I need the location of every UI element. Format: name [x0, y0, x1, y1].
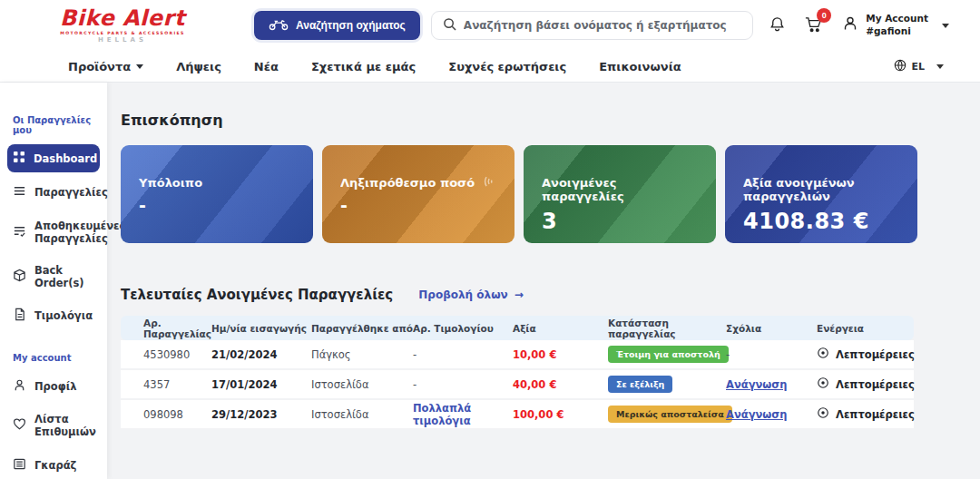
col-entry-date: Ημ/νία εισαγωγής — [211, 323, 311, 334]
orders-table: Αρ. Παραγγελίας Ημ/νία εισαγωγής Παραγγέ… — [121, 316, 914, 430]
brand-logo[interactable]: Bike Alert MOTORCYCLE PARTS & ACCESSORIE… — [54, 7, 191, 44]
list-icon — [13, 184, 26, 200]
motorcycle-icon — [269, 18, 289, 34]
sidebar-item-label: Γκαράζ — [34, 459, 76, 472]
sidebar-item-dashboard[interactable]: Dashboard — [7, 144, 100, 172]
nav-about[interactable]: Σχετικά με εμάς — [311, 60, 416, 73]
details-label: Λεπτομέρειες — [836, 348, 915, 361]
sidebar-item-garage[interactable]: Γκαράζ — [7, 451, 100, 479]
eye-icon — [817, 406, 829, 422]
heart-icon — [13, 417, 26, 434]
sidebar-item-label: Back Order(s) — [34, 264, 94, 290]
brand-region: HELLAS — [54, 36, 191, 44]
language-code: EL — [911, 61, 925, 73]
eye-icon — [817, 376, 829, 392]
account-menu[interactable]: My Account #gafioni — [841, 13, 949, 37]
multiple-invoices-link[interactable]: Πολλαπλά τιμολόγια — [413, 402, 471, 427]
brand-subtitle: MOTORCYCLE PARTS & ACCESSORIES — [54, 31, 191, 35]
chevron-down-icon — [942, 24, 949, 28]
col-comments: Σχόλια — [726, 323, 817, 334]
language-selector[interactable]: EL — [894, 59, 944, 74]
invoice-no: - — [413, 348, 513, 361]
eye-icon — [817, 347, 829, 362]
table-row: 4530980 21/02/2024 Πάγκος - 10,00 € Έτοι… — [121, 340, 914, 370]
col-action: Ενέργεια — [817, 323, 914, 334]
card-label: Ληξιπρόθεσμο ποσό — [340, 176, 498, 190]
cart-button[interactable]: 0 — [804, 15, 823, 36]
sidebar-item-orders[interactable]: Παραγγελίες — [7, 178, 100, 207]
order-value: 100,00 € — [513, 408, 608, 421]
entry-date: 29/12/2023 — [211, 408, 311, 421]
order-value: 40,00 € — [513, 378, 608, 391]
account-id: #gafioni — [866, 25, 928, 38]
details-button[interactable]: Λεπτομέρειες — [817, 406, 915, 422]
search-input[interactable] — [464, 19, 741, 32]
cart-badge: 0 — [817, 8, 831, 23]
sidebar: Οι Παραγγελίες μου Dashboard Παραγγελίες — [0, 83, 107, 479]
status-badge: Σε εξέλιξη — [608, 376, 672, 393]
user-icon — [841, 15, 859, 36]
main-content: Επισκόπηση Υπόλοιπο - Ληξιπρόθεσμο ποσό … — [107, 83, 980, 479]
order-no: 4530980 — [121, 348, 211, 361]
card-value: 4108.83 € — [743, 209, 901, 234]
sidebar-item-wishlist[interactable]: Λίστα Επιθυμιών — [7, 406, 100, 445]
read-comments-link[interactable]: Ανάγνωση — [726, 378, 787, 391]
bell-icon — [769, 15, 786, 35]
page-title: Επισκόπηση — [121, 112, 917, 129]
nav-downloads-label: Λήψεις — [176, 60, 221, 73]
sidebar-item-label: Τιμολόγια — [34, 309, 93, 322]
read-comments-link[interactable]: Ανάγνωση — [726, 408, 787, 421]
order-value: 10,00 € — [513, 348, 608, 361]
col-order-status: Κατάσταση παραγγελίας — [608, 318, 726, 339]
nav-about-label: Σχετικά με εμάς — [311, 60, 416, 73]
status-badge: Έτοιμη για αποστολή — [608, 346, 729, 363]
view-all-link[interactable]: Προβολή όλων → — [418, 288, 524, 301]
card-value: - — [340, 195, 498, 215]
main-navigation: Προϊόντα Λήψεις Νέα Σχετικά με εμάς Συχν… — [0, 51, 980, 83]
details-button[interactable]: Λεπτομέρειες — [817, 376, 915, 392]
nav-contact[interactable]: Επικοινωνία — [599, 60, 681, 73]
sidebar-section-my-account: My account — [7, 353, 100, 363]
col-order-no: Αρ. Παραγγελίας — [121, 318, 211, 339]
table-row: 4357 17/01/2024 Ιστοσελίδα - 40,00 € Σε … — [121, 370, 914, 400]
entry-date: 21/02/2024 — [211, 348, 311, 361]
sidebar-item-back-orders[interactable]: Back Order(s) — [7, 258, 100, 297]
document-icon — [13, 308, 26, 324]
search-icon — [443, 17, 456, 34]
sidebar-item-label: Παραγγελίες — [34, 186, 108, 199]
ordered-from: Ιστοσελίδα — [311, 378, 413, 391]
sidebar-item-profile[interactable]: Προφίλ — [7, 372, 100, 401]
nav-faq-label: Συχνές ερωτήσεις — [448, 60, 566, 73]
col-ordered-from: Παραγγέλθηκε από — [311, 323, 413, 334]
card-open-orders-value[interactable]: Αξία ανοιγμένων παραγγελιών 4108.83 € — [725, 145, 917, 243]
col-value: Αξία — [513, 323, 608, 334]
vehicle-search-label: Αναζήτηση οχήματος — [296, 19, 406, 32]
details-button[interactable]: Λεπτομέρειες — [817, 347, 915, 362]
details-label: Λεπτομέρειες — [836, 378, 915, 391]
card-label: Υπόλοιπο — [139, 176, 297, 190]
account-label: My Account — [866, 13, 928, 25]
notifications-button[interactable] — [769, 15, 786, 35]
card-overdue-amount[interactable]: Ληξιπρόθεσμο ποσό - — [322, 145, 514, 243]
nav-news[interactable]: Νέα — [254, 60, 279, 73]
nav-products[interactable]: Προϊόντα — [68, 60, 143, 73]
card-label: Αξία ανοιγμένων παραγγελιών — [743, 176, 901, 203]
garage-icon — [13, 457, 26, 474]
nav-faq[interactable]: Συχνές ερωτήσεις — [448, 60, 566, 73]
ordered-from: Ιστοσελίδα — [311, 408, 413, 421]
global-search[interactable] — [431, 11, 753, 40]
dashboard-grid-icon — [13, 151, 25, 166]
sidebar-item-invoices[interactable]: Τιμολόγια — [7, 301, 100, 330]
nav-downloads[interactable]: Λήψεις — [176, 60, 221, 73]
package-icon — [13, 269, 26, 285]
globe-icon — [894, 59, 906, 74]
list-check-icon — [13, 224, 26, 240]
card-open-orders[interactable]: Ανοιγμένες παραγγελίες 3 — [524, 145, 716, 243]
vehicle-search-button[interactable]: Αναζήτηση οχήματος — [254, 11, 420, 40]
nav-news-label: Νέα — [254, 60, 279, 73]
invoice-no: - — [413, 378, 513, 391]
status-badge: Μερικώς αποσταλείσα — [608, 406, 732, 423]
card-balance[interactable]: Υπόλοιπο - — [121, 145, 313, 243]
sidebar-item-saved-orders[interactable]: Αποθηκευμένες Παραγγελίες — [7, 213, 100, 252]
order-no: 098098 — [121, 408, 211, 421]
